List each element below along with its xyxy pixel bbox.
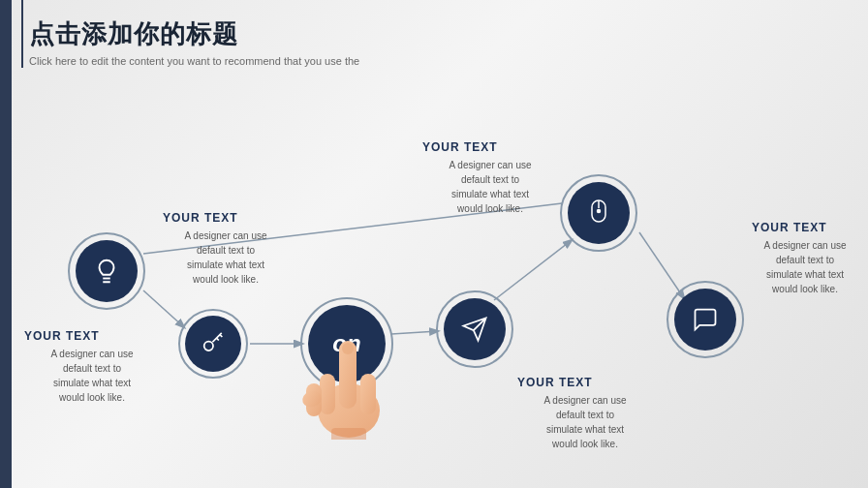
text-body-1: A designer can usedefault text tosimulat… (163, 229, 289, 287)
text-body-2: A designer can usedefault text tosimulat… (24, 347, 160, 405)
text-title-1: YOUR TEXT (163, 211, 289, 225)
svg-line-3 (494, 240, 572, 300)
svg-rect-14 (320, 374, 335, 414)
text-title-5: YOUR TEXT (752, 221, 858, 234)
node-chat-inner (674, 289, 736, 351)
plane-icon (461, 316, 488, 343)
header: 点击添加你的标题 Click here to edit the content … (29, 17, 359, 67)
text-body-5: A designer can usedefault text tosimulat… (752, 238, 858, 296)
text-block-1: YOUR TEXT A designer can usedefault text… (163, 211, 289, 287)
page-subtitle: Click here to edit the content you want … (29, 55, 359, 67)
node-key-outer (178, 309, 248, 379)
hand-pointer (291, 304, 407, 430)
text-block-3: YOUR TEXT A designer can usedefault text… (422, 140, 558, 216)
text-block-5: YOUR TEXT A designer can usedefault text… (752, 221, 858, 296)
node-plane-outer (436, 290, 513, 368)
node-mouse-outer (560, 174, 637, 252)
text-body-3: A designer can usedefault text tosimulat… (422, 158, 558, 216)
text-title-2: YOUR TEXT (24, 329, 160, 343)
node-bulb-inner (76, 240, 138, 302)
node-mouse-inner (568, 182, 630, 244)
text-block-2: YOUR TEXT A designer can usedefault text… (24, 329, 160, 405)
node-plane-inner (444, 298, 506, 360)
svg-rect-18 (331, 428, 366, 440)
mouse-icon (586, 198, 611, 228)
chat-icon (691, 306, 720, 333)
svg-point-7 (204, 342, 213, 351)
svg-rect-15 (360, 374, 376, 414)
text-body-4: A designer can usedefault text tosimulat… (517, 393, 653, 451)
bulb-icon (92, 257, 121, 286)
text-title-4: YOUR TEXT (517, 376, 653, 389)
page-title: 点击添加你的标题 (29, 17, 359, 51)
node-chat-outer (666, 281, 744, 358)
node-key-inner (185, 316, 241, 372)
text-title-3: YOUR TEXT (422, 140, 558, 154)
accent-bar (0, 0, 12, 488)
node-bulb-outer (68, 232, 145, 310)
svg-point-10 (598, 210, 601, 213)
key-icon (200, 330, 227, 357)
header-divider (21, 0, 23, 68)
svg-line-5 (639, 232, 684, 298)
text-block-4: YOUR TEXT A designer can usedefault text… (517, 376, 653, 451)
svg-line-0 (143, 290, 184, 327)
svg-rect-13 (342, 343, 354, 354)
